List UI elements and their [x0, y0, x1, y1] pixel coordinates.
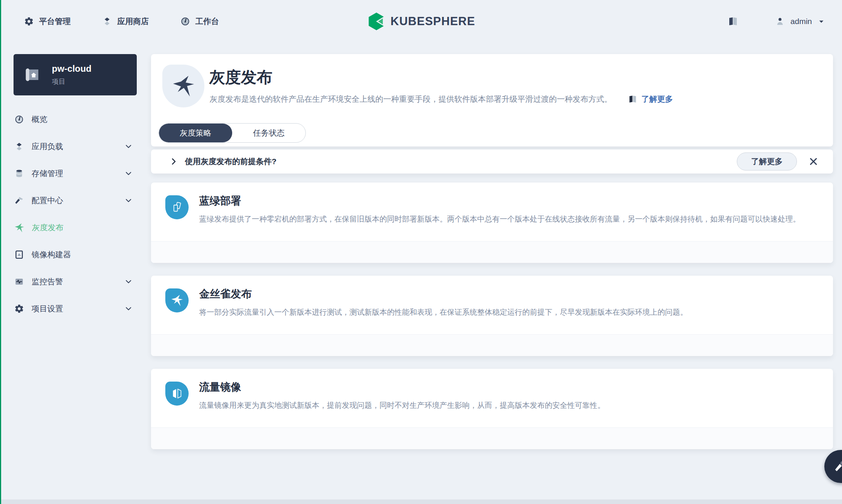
pulse-monitor-icon: [14, 277, 24, 287]
sidebar-item-label: 镜像构建器: [32, 249, 71, 260]
logo-text: KUBESPHERE: [390, 15, 475, 28]
chevron-down-icon: [124, 142, 133, 151]
nav-left-group: 平台管理 应用商店 工作台: [24, 0, 219, 43]
learn-more-link[interactable]: 了解更多: [628, 94, 673, 104]
gear-icon: [24, 17, 34, 26]
strategy-card-canary[interactable]: 金丝雀发布 将一部分实际流量引入一个新版本进行测试，测试新版本的性能和表现，在保…: [151, 276, 833, 356]
strategy-card-blue-green[interactable]: 蓝绿部署 蓝绿发布提供了一种零宕机的部署方式，在保留旧版本的同时部署新版本。两个…: [151, 183, 833, 263]
left-accent-border: [0, 0, 1, 504]
hammer-icon: [834, 459, 842, 474]
sidebar-item-configuration[interactable]: 配置中心: [0, 187, 150, 214]
page-description-row: 灰度发布是迭代的软件产品在生产环境安全上线的一种重要手段，提供软件版本部署升级平…: [210, 94, 673, 104]
strategy-description: 蓝绿发布提供了一种零宕机的部署方式，在保留旧版本的同时部署新版本。两个版本中总有…: [199, 213, 815, 225]
strategy-card-footer: [151, 334, 833, 356]
grayscale-release-header-card: 灰度发布 灰度发布是迭代的软件产品在生产环境安全上线的一种重要手段，提供软件版本…: [151, 54, 833, 146]
sidebar-item-overview[interactable]: 概览: [0, 106, 150, 133]
app-store-icon: [102, 17, 112, 26]
project-type: 项目: [52, 77, 91, 86]
sidebar-item-grayscale-release[interactable]: 灰度发布: [0, 214, 150, 241]
user-menu[interactable]: admin: [775, 16, 825, 27]
sidebar-menu: 概览 应用负载 存储管理 配置中心: [0, 106, 150, 322]
chevron-down-icon: [124, 196, 133, 205]
sidebar-item-storage[interactable]: 存储管理: [0, 160, 150, 187]
prerequisite-banner[interactable]: 使用灰度发布的前提条件? 了解更多: [151, 149, 833, 174]
image-builder-icon: [14, 250, 24, 260]
project-icon: [23, 66, 41, 84]
sidebar-item-label: 项目设置: [32, 303, 63, 314]
strategy-description: 将一部分实际流量引入一个新版本进行测试，测试新版本的性能和表现，在保证系统整体稳…: [199, 306, 815, 318]
page-title: 灰度发布: [209, 67, 272, 88]
traffic-mirroring-icon: [165, 382, 189, 406]
chevron-down-icon: [817, 17, 825, 26]
grayscale-release-hero-icon: [162, 65, 204, 107]
database-icon: [14, 169, 24, 178]
chevron-down-icon: [124, 304, 133, 313]
user-name: admin: [791, 17, 812, 26]
bottom-strip: [0, 499, 842, 504]
sidebar-item-label: 配置中心: [32, 195, 63, 206]
strategy-card-footer: [151, 427, 833, 449]
nav-right-group: admin: [727, 0, 825, 43]
sidebar-item-label: 灰度发布: [32, 222, 63, 233]
nav-item-label: 工作台: [195, 16, 219, 27]
project-meta: pw-cloud 项目: [52, 63, 91, 86]
sidebar-item-image-builder[interactable]: 镜像构建器: [0, 241, 150, 268]
bird-icon: [14, 223, 24, 233]
gear-icon: [14, 304, 24, 314]
hammer-icon: [14, 196, 24, 205]
nav-item-app-store[interactable]: 应用商店: [102, 16, 149, 27]
strategy-title: 蓝绿部署: [199, 194, 241, 208]
tab-job-status[interactable]: 任务状态: [232, 124, 305, 142]
prerequisite-learn-more-button[interactable]: 了解更多: [737, 152, 797, 171]
sidebar-item-label: 概览: [32, 114, 47, 125]
strategy-description: 流量镜像用来更为真实地测试新版本，提前发现问题，同时不对生产环境产生影响，从而，…: [199, 400, 815, 411]
nav-item-label: 平台管理: [39, 16, 71, 27]
nav-item-platform-management[interactable]: 平台管理: [24, 16, 71, 27]
kubesphere-logo-mark-icon: [367, 12, 385, 31]
toolbox-button[interactable]: [824, 450, 842, 483]
sidebar-item-monitoring[interactable]: 监控告警: [0, 268, 150, 295]
strategy-card-traffic-mirroring[interactable]: 流量镜像 流量镜像用来更为真实地测试新版本，提前发现问题，同时不对生产环境产生影…: [151, 369, 833, 449]
gauge-icon: [14, 115, 24, 124]
page-description: 灰度发布是迭代的软件产品在生产环境安全上线的一种重要手段，提供软件版本部署升级平…: [210, 94, 612, 104]
project-name: pw-cloud: [52, 63, 91, 74]
book-icon: [628, 94, 638, 104]
tab-grayscale-strategy[interactable]: 灰度策略: [159, 124, 232, 142]
canary-release-icon: [165, 288, 189, 312]
kubesphere-app: 平台管理 应用商店 工作台: [0, 0, 842, 504]
strategy-card-footer: [151, 241, 833, 263]
sidebar-item-label: 应用负载: [32, 141, 63, 152]
sidebar-item-label: 存储管理: [32, 168, 63, 179]
dashboard-gauge-icon: [180, 17, 190, 26]
strategy-title: 流量镜像: [199, 380, 241, 394]
blue-green-deployment-icon: [165, 195, 189, 219]
prerequisite-question: 使用灰度发布的前提条件?: [185, 156, 277, 167]
documentation-book-icon[interactable]: [727, 16, 739, 27]
layers-icon: [14, 142, 24, 151]
close-icon[interactable]: [808, 156, 819, 167]
project-switcher[interactable]: pw-cloud 项目: [14, 54, 137, 95]
top-navigation: 平台管理 应用商店 工作台: [0, 0, 842, 43]
kubesphere-logo[interactable]: KUBESPHERE: [367, 0, 475, 43]
chevron-down-icon: [124, 169, 133, 178]
nav-item-workbench[interactable]: 工作台: [180, 16, 219, 27]
tab-bar: 灰度策略 任务状态: [159, 123, 306, 143]
chevron-down-icon: [124, 277, 133, 286]
sidebar-item-label: 监控告警: [32, 276, 63, 287]
learn-more-label: 了解更多: [641, 94, 673, 104]
user-avatar-icon: [775, 16, 785, 27]
strategy-title: 金丝雀发布: [199, 287, 252, 301]
chevron-right-icon: [169, 157, 178, 166]
sidebar-item-workloads[interactable]: 应用负载: [0, 133, 150, 160]
sidebar-item-project-settings[interactable]: 项目设置: [0, 295, 150, 322]
nav-item-label: 应用商店: [117, 16, 149, 27]
